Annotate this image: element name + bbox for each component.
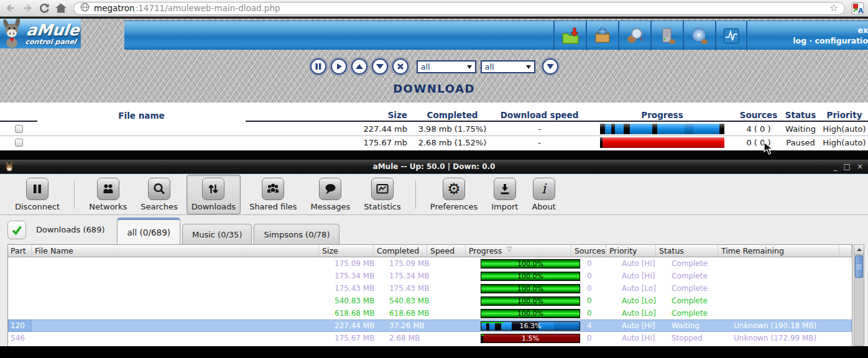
window-gap — [0, 150, 868, 160]
gear-icon: ⚙ — [443, 178, 465, 200]
window-title: aMule -- Up: 50.0 | Down: 0.0 — [0, 162, 868, 171]
web-table-header: File name Size Completed Download speed … — [0, 109, 868, 122]
download-row[interactable]: 175.43 MB175.43 MB 100.0% 0Auto [Lo] Com… — [8, 282, 852, 295]
priority-up-button[interactable] — [351, 58, 367, 75]
col-progress[interactable]: Progress — [588, 109, 737, 122]
statistics-icon[interactable] — [715, 21, 747, 50]
col-completed[interactable]: Completed — [413, 109, 491, 122]
row-checkbox[interactable] — [15, 125, 23, 133]
col-sources[interactable]: Sources — [571, 245, 606, 257]
pause-button[interactable] — [310, 58, 326, 75]
col-priority[interactable]: Priority — [821, 109, 868, 122]
check-button[interactable] — [7, 221, 26, 239]
col-file-name[interactable]: File name — [37, 111, 246, 121]
priority-down-button[interactable] — [372, 58, 388, 75]
downloads-count-label: Downloads (689) — [36, 225, 104, 234]
download-controls: all all — [0, 58, 868, 75]
webui-link-exit[interactable]: ex — [857, 25, 868, 35]
url-host: megatron — [94, 3, 135, 13]
webui-logo-subtitle: control panel — [25, 39, 78, 45]
row-checkbox[interactable] — [15, 139, 23, 147]
col-status[interactable]: Status — [656, 245, 718, 257]
download-row[interactable]: 540.83 MB540.83 MB 100.0% 0Auto [Lo] Com… — [8, 295, 852, 307]
col-download-speed[interactable]: Download speed — [491, 109, 588, 122]
search-icon[interactable] — [618, 21, 650, 50]
about-button[interactable]: i About — [527, 175, 560, 214]
progress-bar: 100.0% — [481, 272, 580, 281]
col-time-remaining[interactable]: Time Remaining — [718, 245, 839, 257]
vertical-scrollbar[interactable] — [854, 244, 864, 346]
col-part[interactable]: Part — [8, 245, 32, 257]
cancel-button[interactable] — [392, 58, 409, 75]
download-row-selected[interactable]: 120 227.44 MB37.26 MB 16.3% 4Auto [Hi] W… — [8, 319, 852, 332]
tab-all[interactable]: all (0/689) — [117, 218, 180, 244]
download-row[interactable]: 175.34 MB175.34 MB 100.0% 0Auto [Hi] Com… — [8, 270, 852, 282]
amule-window: aMule -- Up: 50.0 | Down: 0.0 _ □ × Disc… — [0, 160, 868, 346]
back-icon[interactable] — [4, 1, 17, 15]
bookmark-star-icon[interactable]: ☆ — [829, 3, 838, 13]
amule-logo: aMule control panel — [0, 19, 81, 48]
disconnect-button[interactable]: Disconnect — [10, 175, 65, 214]
home-icon[interactable] — [54, 1, 68, 15]
close-button[interactable]: × — [857, 163, 863, 170]
toolbar-separator — [415, 180, 416, 209]
globe-icon — [80, 2, 90, 14]
info-icon: i — [533, 178, 555, 200]
status-filter-select[interactable]: all — [481, 60, 535, 73]
messages-button[interactable]: Messages — [306, 175, 356, 214]
resume-button[interactable] — [331, 58, 347, 75]
progress-bar: 1.5% — [481, 334, 580, 343]
import-button[interactable]: Import — [486, 175, 523, 214]
searches-button[interactable]: Searches — [136, 175, 182, 214]
col-status[interactable]: Status — [780, 109, 821, 122]
scrollbar-thumb[interactable] — [855, 255, 863, 278]
forward-icon[interactable] — [21, 1, 34, 15]
downloads-button[interactable]: Downloads — [187, 175, 241, 214]
col-file-name[interactable]: File Name — [32, 245, 319, 257]
category-filter-select[interactable]: all — [417, 60, 476, 73]
tab-music[interactable]: Music (0/35) — [182, 224, 252, 244]
kad-network-icon[interactable] — [683, 21, 715, 50]
col-size[interactable]: Size — [246, 109, 413, 122]
tab-simpsons[interactable]: Simpsons (0/78) — [254, 224, 339, 244]
title-bar[interactable]: aMule -- Up: 50.0 | Down: 0.0 _ □ × — [0, 160, 868, 174]
webui-link-log-configuration[interactable]: log · configuratio — [793, 36, 868, 45]
url-path: :14711/amuleweb-main-dload.php — [136, 3, 280, 13]
preferences-button[interactable]: ⚙ Preferences — [425, 175, 482, 214]
maximize-button[interactable]: □ — [844, 163, 851, 170]
col-size[interactable]: Size — [319, 245, 374, 257]
translate-extension-icon[interactable]: A — [851, 1, 864, 15]
download-row[interactable]: 175.09 MB175.09 MB 100.0% 0Auto [Hi] Com… — [8, 257, 852, 270]
webui-logo-title: aMule — [25, 22, 80, 38]
disconnect-icon — [26, 178, 48, 200]
col-speed[interactable]: Speed — [427, 245, 466, 257]
chevron-down-icon — [526, 65, 531, 71]
downloads-table-header: Part File Name Size Completed Speed Prog… — [8, 245, 852, 257]
statistics-button[interactable]: Statistics — [359, 175, 405, 214]
servers-icon[interactable] — [650, 21, 683, 50]
progress-bar: 16.3% — [481, 321, 580, 331]
scroll-up-button[interactable] — [854, 245, 864, 255]
browser-toolbar: megatron:14711/amuleweb-main-dload.php ☆… — [0, 0, 868, 17]
apply-filter-button[interactable] — [542, 58, 558, 75]
app-toolbar: Disconnect Networks Searches Downloads S… — [0, 174, 868, 215]
col-completed[interactable]: Completed — [374, 245, 427, 257]
shared-files-button[interactable]: Shared files — [244, 175, 302, 214]
download-row[interactable]: 546 175.67 MB2.68 MB 1.5% 0Auto [Hi] Sto… — [8, 332, 852, 344]
progress-bar: 100.0% — [481, 309, 580, 318]
shared-files-icon[interactable] — [586, 21, 618, 50]
url-bar[interactable]: megatron:14711/amuleweb-main-dload.php ☆ — [73, 2, 845, 15]
transfer-icon[interactable] — [553, 21, 586, 50]
col-sources[interactable]: Sources — [737, 109, 780, 122]
col-priority[interactable]: Priority — [606, 245, 656, 257]
progress-bar: 100.0% — [481, 284, 580, 293]
download-row[interactable]: 618.68 MB618.68 MB 100.0% 0Auto [Lo] Com… — [8, 307, 852, 319]
chevron-down-icon — [467, 65, 472, 71]
networks-button[interactable]: Networks — [84, 175, 132, 214]
section-title: DOWNLOAD — [0, 82, 868, 95]
minimize-button[interactable]: _ — [834, 163, 838, 170]
check-icon — [11, 224, 23, 236]
col-progress[interactable]: Progress▽ — [466, 245, 571, 257]
reload-icon[interactable] — [37, 1, 51, 15]
downloads-tab-strip: Downloads (689) all (0/689) Music (0/35)… — [0, 215, 868, 244]
